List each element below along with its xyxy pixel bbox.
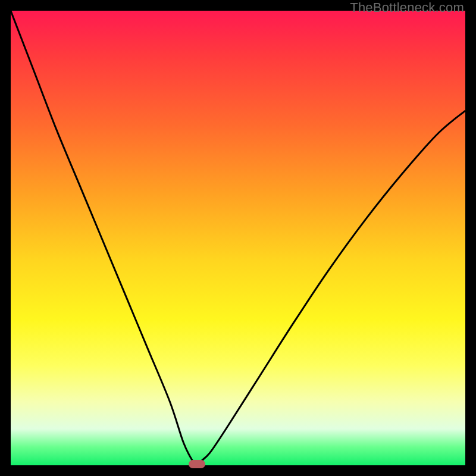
bottleneck-curve — [11, 11, 465, 465]
optimal-marker — [189, 460, 205, 468]
chart-frame: TheBottleneck.com — [0, 0, 476, 476]
watermark-text: TheBottleneck.com — [350, 0, 464, 15]
